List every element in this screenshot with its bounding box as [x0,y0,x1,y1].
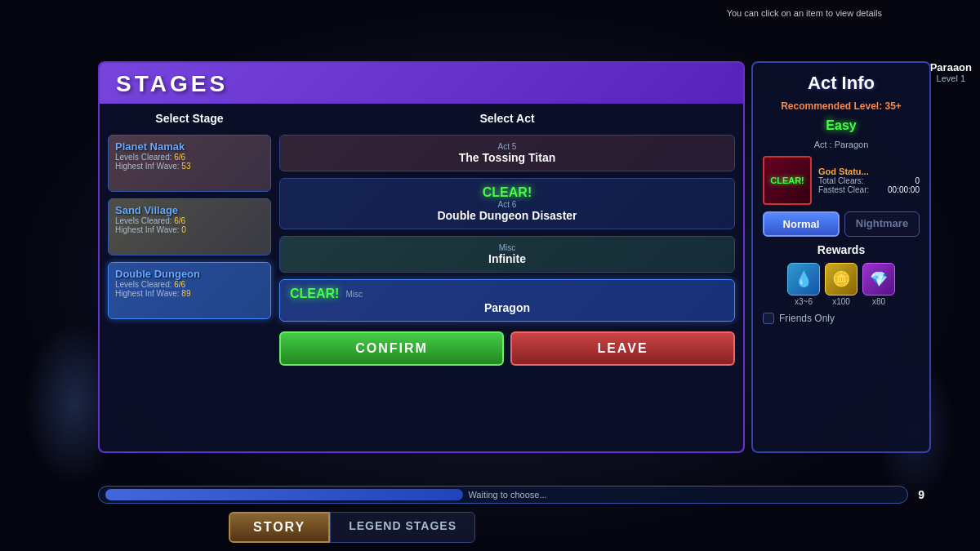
act-name-titan: The Tossing Titan [290,151,724,164]
act-label-paragon: Misc [345,290,363,299]
act-name-disaster: Double Dungeon Disaster [290,209,724,222]
act-paragon-label: Act : Paragon [763,140,920,149]
total-clears-value: 0 [915,176,920,185]
stage-content-dungeon: Double Dungeon Levels Cleared: 6/6 Highe… [115,268,264,298]
god-status: God Statu... [818,167,920,176]
waiting-progress-bar: Waiting to choose... [98,486,908,504]
act-item-tossing-titan[interactable]: Act 5 The Tossing Titan [279,135,735,171]
reward-count-gem: x80 [872,297,885,306]
reward-count-gold: x100 [832,297,850,306]
tab-story[interactable]: STORY [229,512,330,543]
reward-item-gold: 🪙 x100 [825,263,858,306]
act-label-infinite: Misc [290,243,724,252]
select-stage-column: Select Stage Planet Namak Levels Cleared… [108,112,271,443]
bottom-status-bar: Waiting to choose... 9 [98,483,931,506]
tab-legend-stages[interactable]: LEGEND STAGES [330,512,475,543]
friends-only-checkbox[interactable] [763,313,774,324]
waiting-fill [105,489,463,500]
reward-icon-gold: 🪙 [825,263,858,295]
player-count-badge: 9 [911,488,931,501]
stage-stat-wave-dungeon: Highest Inf Wave: 89 [115,289,264,298]
normal-button[interactable]: Normal [763,211,840,237]
stage-content-namak: Planet Namak Levels Cleared: 6/6 Highest… [115,140,264,171]
stage-stat-wave-sand: Highest Inf Wave: 0 [115,225,264,234]
stage-name-dungeon: Double Dungeon [115,268,264,280]
reward-item-gem: 💎 x80 [862,263,895,306]
select-act-column: Select Act Act 5 The Tossing Titan CLEAR… [279,112,735,443]
act-content-disaster: CLEAR! Act 6 Double Dungeon Disaster [290,185,724,222]
stage-stat-wave-namak: Highest Inf Wave: 53 [115,162,264,171]
act-preview-stats: God Statu... Total Clears: 0 Fastest Cle… [818,167,920,194]
waiting-text: Waiting to choose... [468,490,546,500]
difficulty-label: Easy [763,118,920,133]
nightmare-button[interactable]: Nightmare [844,211,920,237]
act-clear-paragon: CLEAR! [290,287,339,301]
reward-icon-water: 💧 [787,263,820,295]
act-content-infinite: Misc Infinite [290,243,724,265]
stage-stat-levels-dungeon: Levels Cleared: 6/6 [115,280,264,289]
recommended-level: Recommended Level: 35+ [763,100,920,112]
stage-name-sand: Sand Village [115,204,264,216]
rewards-title: Rewards [763,243,920,256]
act-item-infinite[interactable]: Misc Infinite [279,236,735,273]
fastest-clear-row: Fastest Clear: 00:00:00 [818,185,920,194]
stages-body: Select Stage Planet Namak Levels Cleared… [100,104,743,451]
fastest-clear-value: 00:00:00 [888,185,920,194]
stage-stat-levels-sand: Levels Cleared: 6/6 [115,216,264,225]
total-clears-label: Total Clears: [818,176,864,185]
select-act-label: Select Act [279,112,735,125]
act-info-panel: Act Info Recommended Level: 35+ Easy Act… [751,61,931,453]
reward-count-water: x3~6 [795,297,813,306]
rewards-row: 💧 x3~6 🪙 x100 💎 x80 [763,263,920,306]
difficulty-buttons: Normal Nightmare [763,211,920,237]
stages-title-bar: STAGES [100,63,743,104]
stage-item-planet-namak[interactable]: Planet Namak Levels Cleared: 6/6 Highest… [108,135,271,192]
act-info-title: Act Info [763,73,920,94]
friends-only-row: Friends Only [763,313,920,324]
fastest-clear-label: Fastest Clear: [818,185,869,194]
act-label-titan: Act 5 [290,142,724,151]
act-preview-image: CLEAR! [763,156,812,205]
stage-content-sand: Sand Village Levels Cleared: 6/6 Highest… [115,204,264,234]
act-label-disaster: Act 6 [290,200,724,209]
action-buttons-row: CONFIRM LEAVE [279,331,735,366]
act-name-infinite: Infinite [290,252,724,265]
act-name-paragon: Paragon [290,301,724,314]
act-content-paragon: CLEAR! Misc Paragon [290,287,724,314]
leave-button[interactable]: LEAVE [510,331,735,366]
reward-item-water: 💧 x3~6 [787,263,820,306]
top-hint: You can click on an item to view details [727,8,882,18]
reward-icon-gem: 💎 [862,263,895,295]
stages-title: STAGES [116,71,727,97]
confirm-button[interactable]: CONFIRM [279,331,504,366]
player-info-panel: Paraaon Level 1 [930,61,972,83]
select-stage-label: Select Stage [108,112,271,125]
main-panel: STAGES Select Stage Planet Namak Levels … [98,61,931,453]
player-name: Paraaon [930,61,972,73]
act-clear-disaster: CLEAR! [290,185,724,200]
stage-item-double-dungeon[interactable]: Double Dungeon Levels Cleared: 6/6 Highe… [108,262,271,319]
total-clears-row: Total Clears: 0 [818,176,920,185]
act-item-paragon[interactable]: CLEAR! Misc Paragon [279,279,735,322]
player-level: Level 1 [930,73,972,83]
stage-stat-levels-namak: Levels Cleared: 6/6 [115,153,264,162]
bottom-tabs: STORY LEGEND STAGES [229,512,475,543]
act-preview-clear-badge: CLEAR! [770,176,804,185]
act-content-titan: Act 5 The Tossing Titan [290,142,724,164]
stage-name-namak: Planet Namak [115,140,264,153]
act-preview-section: CLEAR! God Statu... Total Clears: 0 Fast… [763,156,920,205]
stage-item-sand-village[interactable]: Sand Village Levels Cleared: 6/6 Highest… [108,198,271,256]
act-item-double-dungeon-disaster[interactable]: CLEAR! Act 6 Double Dungeon Disaster [279,178,735,229]
stages-panel: STAGES Select Stage Planet Namak Levels … [98,61,745,453]
friends-only-label: Friends Only [779,313,835,324]
